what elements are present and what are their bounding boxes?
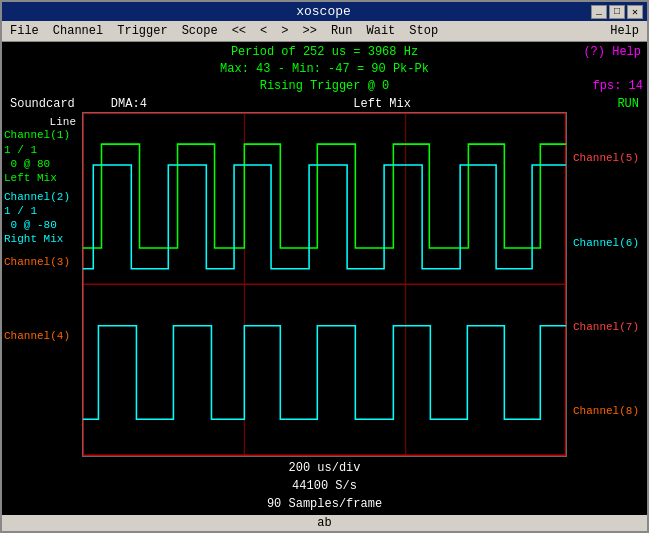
info-line1: Period of 252 us = 3968 Hz bbox=[2, 44, 647, 61]
sample-rate: 44100 S/s bbox=[2, 477, 647, 495]
ch5-label: Channel(5) bbox=[569, 152, 645, 164]
ab-status: ab bbox=[2, 515, 647, 531]
maximize-button[interactable]: □ bbox=[609, 5, 625, 19]
menu-bar: File Channel Trigger Scope << < > >> Run… bbox=[2, 21, 647, 42]
scope-display bbox=[82, 112, 567, 457]
window-controls[interactable]: _ □ ✕ bbox=[591, 5, 643, 19]
menu-fwd[interactable]: > bbox=[277, 23, 292, 39]
left-channel-labels: Line Channel(1)1 / 1 0 @ 80Left Mix Chan… bbox=[2, 112, 82, 457]
right-channel-labels: Channel(5) Channel(6) Channel(7) Channel… bbox=[567, 112, 647, 457]
info-bar: Period of 252 us = 3968 Hz Max: 43 - Min… bbox=[2, 42, 647, 96]
ch1-label: Channel(1)1 / 1 0 @ 80Left Mix bbox=[4, 128, 80, 185]
status-bar: Soundcard DMA:4 Left Mix RUN bbox=[2, 96, 647, 112]
samples-per-frame: 90 Samples/frame bbox=[2, 495, 647, 513]
menu-scope[interactable]: Scope bbox=[178, 23, 222, 39]
menu-back[interactable]: < bbox=[256, 23, 271, 39]
menu-fast-back[interactable]: << bbox=[228, 23, 250, 39]
menu-fast-fwd[interactable]: >> bbox=[298, 23, 320, 39]
ch7-label: Channel(7) bbox=[569, 321, 645, 333]
menu-help[interactable]: Help bbox=[606, 23, 643, 39]
status-mix: Left Mix bbox=[353, 97, 411, 111]
menu-stop[interactable]: Stop bbox=[405, 23, 442, 39]
scope-main: Line Channel(1)1 / 1 0 @ 80Left Mix Chan… bbox=[2, 112, 647, 457]
minimize-button[interactable]: _ bbox=[591, 5, 607, 19]
window-title: xoscope bbox=[56, 4, 591, 19]
info-fps: fps: 14 bbox=[326, 78, 643, 95]
info-line2: Max: 43 - Min: -47 = 90 Pk-Pk bbox=[2, 61, 647, 78]
ch6-label: Channel(6) bbox=[569, 237, 645, 249]
menu-wait[interactable]: Wait bbox=[363, 23, 400, 39]
ch3-label: Channel(3) bbox=[4, 255, 80, 269]
bottom-info: 200 us/div 44100 S/s 90 Samples/frame bbox=[2, 457, 647, 515]
ch4-label: Channel(4) bbox=[4, 329, 80, 343]
menu-channel[interactable]: Channel bbox=[49, 23, 107, 39]
close-button[interactable]: ✕ bbox=[627, 5, 643, 19]
timescale: 200 us/div bbox=[2, 459, 647, 477]
status-soundcard: Soundcard DMA:4 bbox=[10, 97, 147, 111]
line-label: Line bbox=[4, 116, 80, 128]
status-run: RUN bbox=[617, 97, 639, 111]
info-help[interactable]: (?) Help bbox=[583, 44, 641, 61]
ch2-label: Channel(2)1 / 1 0 @ -80Right Mix bbox=[4, 190, 80, 247]
title-bar: xoscope _ □ ✕ bbox=[2, 2, 647, 21]
menu-run[interactable]: Run bbox=[327, 23, 357, 39]
scope-svg bbox=[83, 113, 566, 456]
main-window: xoscope _ □ ✕ File Channel Trigger Scope… bbox=[0, 0, 649, 533]
ch8-label: Channel(8) bbox=[569, 405, 645, 417]
menu-trigger[interactable]: Trigger bbox=[113, 23, 171, 39]
menu-file[interactable]: File bbox=[6, 23, 43, 39]
scope-container: Period of 252 us = 3968 Hz Max: 43 - Min… bbox=[2, 42, 647, 531]
